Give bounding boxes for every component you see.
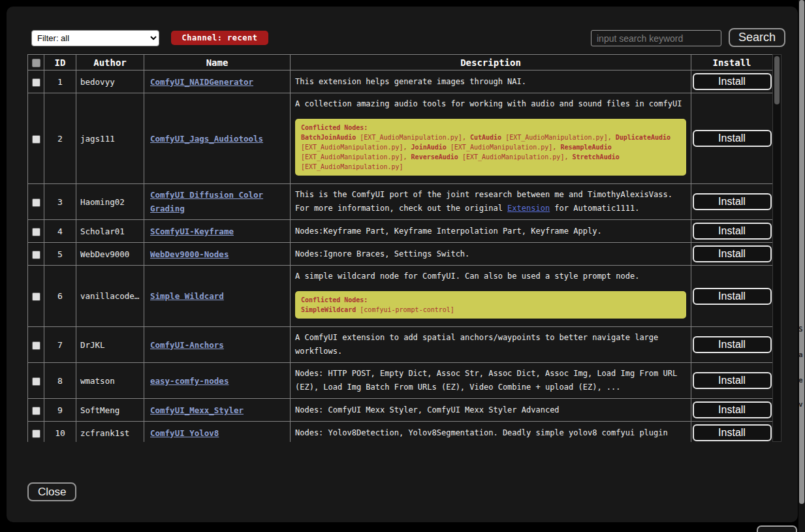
extension-name-link[interactable]: ComfyUI Yolov8: [150, 428, 219, 438]
install-button[interactable]: Install: [693, 401, 772, 418]
row-author: Haoming02: [76, 184, 144, 220]
conflicted-nodes-title: Conflicted Nodes:: [301, 295, 680, 305]
clipped-menu-text-fragment: S: [798, 325, 805, 334]
install-button[interactable]: Install: [693, 288, 772, 305]
row-author: jags111: [76, 93, 144, 184]
clipped-corner-button: [757, 525, 797, 532]
extensions-table: ID Author Name Description Install 1bedo…: [27, 54, 772, 442]
clipped-menu-text-fragment: v: [798, 400, 805, 409]
row-checkbox-cell: [28, 243, 44, 266]
extension-name-link[interactable]: ComfyUI-Anchors: [150, 340, 224, 350]
install-custom-nodes-dialog: Filter: all Channel: recent Search: [7, 7, 798, 522]
row-checkbox[interactable]: [32, 198, 40, 207]
row-install-cell: Install: [691, 422, 773, 443]
search-button[interactable]: Search: [729, 28, 785, 47]
page-scrollbar-thumb[interactable]: [799, 0, 804, 504]
row-description: Nodes: ComfyUI Mexx Styler, ComfyUI Mexx…: [291, 399, 691, 422]
install-button[interactable]: Install: [693, 336, 772, 353]
install-button[interactable]: Install: [693, 424, 772, 441]
extension-name-link[interactable]: easy-comfy-nodes: [150, 376, 229, 386]
conflicted-node-source: [EXT_AudioManipulation.py]: [301, 144, 403, 151]
table-scrollbar[interactable]: [772, 54, 781, 442]
table-row: 2jags111ComfyUI_Jags_AudiotoolsA collect…: [28, 93, 773, 184]
row-name-cell: SComfyUI-Keyframe: [144, 220, 291, 243]
row-description: Nodes:Ignore Braces, Settings Switch.: [291, 243, 691, 266]
extensions-table-area: ID Author Name Description Install 1bedo…: [27, 54, 783, 442]
extension-name-link[interactable]: WebDev9000-Nodes: [150, 249, 229, 259]
install-button[interactable]: Install: [693, 193, 772, 210]
extension-name-link[interactable]: SComfyUI-Keyframe: [150, 227, 234, 236]
row-checkbox[interactable]: [32, 292, 40, 301]
row-description: Nodes: Yolov8Detection, Yolov8Segmentati…: [291, 422, 691, 443]
search-input[interactable]: [591, 30, 721, 46]
extension-name-link[interactable]: ComfyUI_Jags_Audiotools: [150, 134, 263, 144]
close-button[interactable]: Close: [27, 482, 76, 501]
row-checkbox-cell: [28, 327, 44, 363]
extension-name-link[interactable]: ComfyUI_Mexx_Styler: [150, 405, 244, 415]
row-description: A collection amazing audio tools for wor…: [291, 93, 691, 184]
channel-badge: Channel: recent: [171, 31, 268, 45]
row-checkbox-cell: [28, 422, 44, 443]
row-name-cell: ComfyUI_Mexx_Styler: [144, 399, 291, 422]
header-description: Description: [291, 55, 691, 70]
description-link[interactable]: Extension: [507, 204, 550, 213]
row-id: 5: [44, 243, 76, 266]
table-header-row: ID Author Name Description Install: [28, 55, 773, 70]
header-install: Install: [691, 55, 773, 70]
conflicted-node-source: [comfyui-prompt-control]: [360, 306, 454, 313]
install-button[interactable]: Install: [693, 245, 772, 262]
row-id: 9: [44, 399, 76, 422]
row-install-cell: Install: [691, 266, 773, 327]
extension-name-link[interactable]: ComfyUI Diffusion Color Grading: [150, 190, 263, 213]
table-row: 5WebDev9000WebDev9000-NodesNodes:Ignore …: [28, 243, 773, 266]
select-all-checkbox[interactable]: [32, 59, 40, 67]
filter-dropdown[interactable]: Filter: all: [31, 30, 159, 46]
row-checkbox[interactable]: [32, 251, 40, 259]
conflicted-node-source: [EXT_AudioManipulation.py]: [301, 163, 403, 170]
conflicted-nodes-title: Conflicted Nodes:: [301, 123, 680, 133]
row-id: 3: [44, 184, 76, 220]
row-author: vanillacode314: [76, 266, 144, 327]
row-install-cell: Install: [691, 363, 773, 399]
install-button[interactable]: Install: [693, 223, 772, 240]
extension-name-link[interactable]: ComfyUI_NAIDGenerator: [150, 77, 253, 87]
install-button[interactable]: Install: [693, 73, 772, 90]
row-name-cell: WebDev9000-Nodes: [144, 243, 291, 266]
table-row: 4Scholar01SComfyUI-KeyframeNodes:Keyfram…: [28, 220, 773, 243]
page-scrollbar[interactable]: Saev: [798, 0, 805, 532]
row-description: This extension helps generate images thr…: [291, 70, 691, 93]
table-scrollbar-thumb[interactable]: [774, 56, 780, 104]
row-install-cell: Install: [691, 93, 773, 184]
page-background: Filter: all Channel: recent Search: [0, 0, 805, 532]
row-checkbox[interactable]: [32, 341, 40, 350]
row-checkbox[interactable]: [32, 430, 40, 438]
row-name-cell: ComfyUI-Anchors: [144, 327, 291, 363]
row-checkbox-cell: [28, 184, 44, 220]
conflicted-node-source: [EXT_AudioManipulation.py]: [505, 134, 608, 141]
row-checkbox[interactable]: [32, 228, 40, 236]
clipped-menu-text-fragment: a: [798, 351, 805, 359]
conflicted-node-source: [EXT_AudioManipulation.py]: [360, 134, 462, 141]
table-row: 7DrJKLComfyUI-AnchorsA ComfyUI extension…: [28, 327, 773, 363]
install-button[interactable]: Install: [693, 372, 772, 389]
table-row: 6vanillacode314Simple WildcardA simple w…: [28, 266, 773, 327]
header-id: ID: [44, 55, 76, 70]
row-checkbox[interactable]: [32, 377, 40, 386]
conflicted-nodes-box: Conflicted Nodes:SimpleWildcard [comfyui…: [295, 291, 686, 319]
row-author: SoftMeng: [76, 399, 144, 422]
header-checkbox-cell: [28, 55, 44, 70]
install-button[interactable]: Install: [693, 130, 772, 147]
table-row: 10zcfrank1stComfyUI Yolov8Nodes: Yolov8D…: [28, 422, 773, 443]
conflicted-node-source: [EXT_AudioManipulation.py]: [301, 153, 403, 161]
row-name-cell: ComfyUI_NAIDGenerator: [144, 70, 291, 93]
row-description: Nodes:Keyframe Part, Keyframe Interpolat…: [291, 220, 691, 243]
row-description: This is the ComfyUI port of the joint re…: [291, 184, 691, 220]
row-checkbox-cell: [28, 363, 44, 399]
row-checkbox[interactable]: [32, 135, 40, 144]
row-checkbox[interactable]: [32, 407, 40, 415]
row-id: 2: [44, 93, 76, 184]
table-row: 8wmatsoneasy-comfy-nodesNodes: HTTP POST…: [28, 363, 773, 399]
row-description: A ComfyUI extension to add spatial ancho…: [291, 327, 691, 363]
row-checkbox[interactable]: [32, 78, 40, 87]
extension-name-link[interactable]: Simple Wildcard: [150, 291, 224, 301]
